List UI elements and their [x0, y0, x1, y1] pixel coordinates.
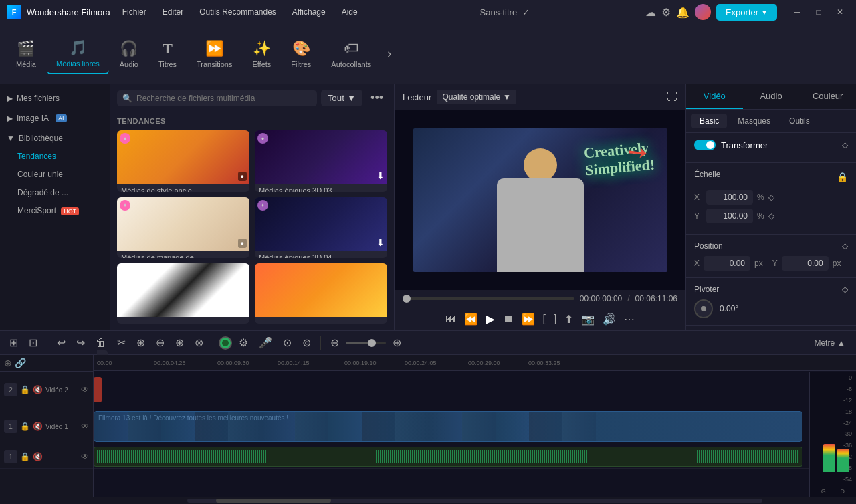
ai-icon[interactable]: ⊚ — [298, 334, 315, 352]
snapshot-icon[interactable]: 📷 — [581, 313, 595, 326]
search-input[interactable] — [136, 94, 312, 103]
sidebar-item-mercisport[interactable]: MerciSport HOT — [3, 202, 107, 219]
media-card-3[interactable]: ♦ ● Médias de mariage de... — [117, 197, 249, 259]
toolbar-titres[interactable]: T Titres — [149, 35, 186, 74]
fullscreen-icon[interactable]: ⛶ — [667, 91, 677, 103]
pos-y-input[interactable] — [782, 256, 829, 271]
add-track-icon[interactable]: ⊕ — [4, 358, 12, 368]
track-visibility-audio[interactable]: 👁 — [81, 452, 89, 461]
track-mute-icon-2[interactable]: 🔇 — [33, 385, 43, 394]
rotate-dial[interactable] — [694, 299, 713, 318]
stop-icon[interactable]: ⏹ — [503, 313, 514, 325]
media-card-6[interactable] — [255, 263, 387, 324]
zoom-out-icon[interactable]: ⊖ — [326, 334, 343, 352]
scale-y-input[interactable] — [706, 209, 753, 223]
track-lock-icon-a1[interactable]: 🔒 — [20, 452, 30, 461]
transformer-toggle-switch[interactable] — [694, 140, 716, 150]
export-button[interactable]: Exporter ▼ — [716, 4, 777, 21]
toolbar-media[interactable]: 🎬 Média — [7, 35, 45, 74]
zoom-slider[interactable] — [346, 342, 386, 344]
scrollbar-track[interactable] — [187, 499, 762, 503]
media-card-4[interactable]: ♦ ⬇ Médias épiques 3D 04 — [255, 197, 387, 259]
media-card-5[interactable] — [117, 263, 249, 324]
toolbar-transitions[interactable]: ⏩ Transitions — [187, 35, 241, 74]
zoom-in-icon[interactable]: ⊕ — [389, 334, 405, 352]
position-keyframe-icon[interactable]: ◇ — [842, 241, 848, 251]
trim-button[interactable]: ⊖ — [152, 334, 169, 352]
nav-bibliotheque[interactable]: ▼ Bibliothèque — [0, 130, 110, 147]
narration-icon[interactable]: 🎤 — [255, 334, 276, 352]
prev-frame-icon[interactable]: ⏪ — [464, 313, 477, 326]
undo-button[interactable]: ↩ — [53, 334, 70, 352]
subtab-basic[interactable]: Basic — [691, 114, 727, 128]
metre-button[interactable]: Metre ▲ — [809, 336, 851, 350]
settings-tl-icon[interactable]: ⚙ — [235, 334, 252, 352]
menu-editer[interactable]: Editer — [156, 5, 190, 19]
mark-in-icon[interactable]: [ — [543, 313, 546, 325]
track-mute-icon-1[interactable]: 🔇 — [33, 422, 43, 431]
menu-outils[interactable]: Outils Recommandés — [193, 5, 283, 19]
split-button[interactable]: ⊕ — [171, 334, 188, 352]
cut-button[interactable]: ✂ — [113, 334, 130, 352]
track-visibility-icon-2[interactable]: 👁 — [81, 385, 89, 394]
audio-enhance-icon[interactable]: ⊙ — [279, 334, 296, 352]
redo-button[interactable]: ↪ — [72, 334, 89, 352]
volume-icon[interactable]: 🔊 — [603, 313, 616, 326]
scrollbar-thumb[interactable] — [216, 499, 331, 503]
record-button[interactable] — [219, 336, 232, 350]
tab-audio[interactable]: Audio — [743, 84, 800, 109]
mark-out-icon[interactable]: ] — [554, 313, 556, 325]
scale-x-keyframe-icon[interactable]: ◇ — [768, 193, 774, 202]
toolbar-filtres[interactable]: 🎨 Filtres — [282, 35, 320, 74]
delete-button[interactable]: 🗑 — [92, 334, 110, 352]
menu-fichier[interactable]: Fichier — [116, 5, 153, 19]
nav-mes-fichiers[interactable]: ▶ Mes fichiers — [0, 90, 110, 107]
connection-icon[interactable]: ⊡ — [25, 334, 41, 352]
tab-video[interactable]: Vidéo — [686, 84, 743, 109]
media-more-button[interactable]: ••• — [366, 90, 387, 106]
subtab-outils[interactable]: Outils — [781, 114, 818, 128]
pos-x-input[interactable] — [704, 256, 750, 271]
progress-bar[interactable] — [403, 297, 574, 300]
minimize-button[interactable]: ─ — [788, 3, 807, 21]
toolbar-audio[interactable]: 🎧 Audio — [110, 35, 148, 74]
notification-icon[interactable]: 🔔 — [676, 6, 689, 19]
play-button[interactable]: ▶ — [486, 311, 495, 326]
audio-wave[interactable] — [94, 447, 802, 467]
subtab-masques[interactable]: Masques — [730, 114, 778, 128]
sidebar-item-tendances[interactable]: Tendances — [3, 148, 107, 165]
toolbar-more[interactable]: › — [382, 41, 397, 66]
nav-image-ia[interactable]: ▶ Image IA AI — [0, 110, 110, 127]
menu-aide[interactable]: Aide — [335, 5, 364, 19]
cloud-icon[interactable]: ☁ — [645, 6, 656, 19]
filter-button[interactable]: Tout ▼ — [321, 90, 362, 106]
more-icon[interactable]: ⋯ — [624, 313, 635, 326]
scale-lock-icon[interactable]: 🔒 — [837, 172, 848, 182]
media-card-2[interactable]: ♦ ⬇ Médias épiques 3D 03 — [255, 130, 387, 192]
tab-couleur[interactable]: Couleur — [799, 84, 856, 109]
track-mute-audio-icon[interactable]: 🔇 — [33, 452, 43, 461]
toolbar-effets[interactable]: ✨ Effets — [243, 35, 280, 74]
more-options-btn[interactable]: ⊗ — [191, 334, 207, 352]
add-media-icon[interactable]: ⊞ — [5, 334, 22, 352]
toolbar-autocollants[interactable]: 🏷 Autocollants — [322, 35, 381, 74]
scale-y-keyframe-icon[interactable]: ◇ — [768, 211, 774, 221]
rotate-keyframe-icon[interactable]: ◇ — [842, 285, 848, 294]
media-card-1[interactable]: ♦ ● Médias de style ancie... — [117, 130, 249, 192]
scale-x-input[interactable] — [706, 190, 753, 205]
close-button[interactable]: ✕ — [831, 3, 849, 21]
track-visibility-icon-1[interactable]: 👁 — [81, 422, 89, 431]
track-lock-icon-2[interactable]: 🔒 — [20, 385, 30, 394]
transformer-keyframe-icon[interactable]: ◇ — [842, 140, 848, 150]
skip-back-icon[interactable]: ⏮ — [445, 313, 456, 325]
menu-affichage[interactable]: Affichage — [286, 5, 332, 19]
clip-to-timeline-icon[interactable]: ⬆ — [564, 313, 573, 326]
avatar[interactable] — [695, 4, 711, 20]
sidebar-item-degrade[interactable]: Dégradé de ... — [3, 184, 107, 201]
toolbar-medias-libres[interactable]: 🎵 Médias libres — [47, 34, 109, 74]
link-icon[interactable]: 🔗 — [15, 358, 26, 368]
video-clip-1[interactable]: Filmora 13 est là ! Découvrez toutes les… — [94, 411, 802, 442]
sidebar-item-couleur-unie[interactable]: Couleur unie — [3, 166, 107, 183]
track-lock-icon-1[interactable]: 🔒 — [20, 422, 30, 431]
maximize-button[interactable]: □ — [809, 3, 828, 21]
